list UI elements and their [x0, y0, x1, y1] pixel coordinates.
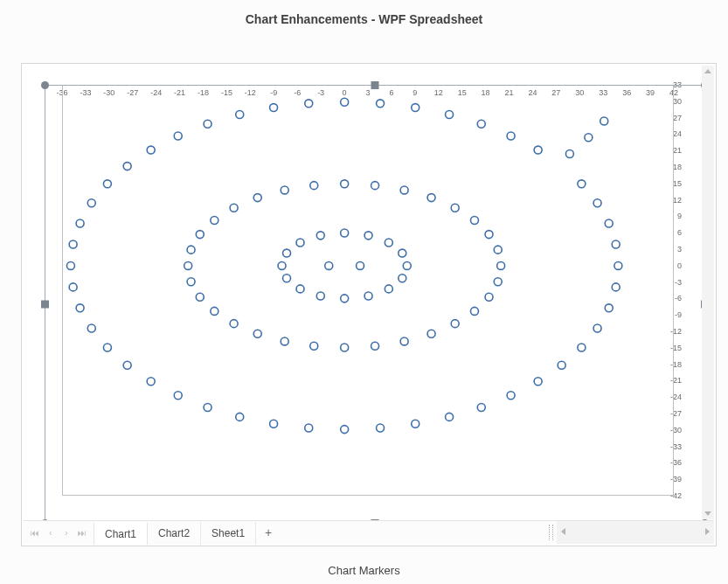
- chart-marker: [399, 249, 406, 257]
- chart-marker: [66, 261, 74, 269]
- chart-marker: [283, 249, 291, 257]
- chart-marker: [76, 219, 84, 227]
- chart-marker: [296, 285, 304, 293]
- chart-marker: [385, 239, 392, 247]
- chart-marker: [403, 261, 411, 269]
- chart-marker: [211, 307, 218, 315]
- chart-marker: [578, 180, 586, 188]
- chart-marker: [507, 132, 515, 140]
- chart-marker: [399, 275, 406, 282]
- chart-marker: [477, 120, 485, 128]
- chart-marker: [400, 186, 408, 194]
- chart-marker: [371, 182, 379, 190]
- chart-marker: [230, 204, 238, 212]
- chart-marker: [534, 378, 542, 386]
- tab-nav-prev-icon[interactable]: ‹: [45, 526, 57, 539]
- chart-marker: [341, 98, 349, 106]
- chart-marker: [558, 361, 565, 369]
- chart-marker: [184, 261, 192, 269]
- horizontal-scrollbar[interactable]: [557, 521, 714, 544]
- chart-marker: [174, 392, 182, 400]
- chart-marker: [341, 229, 349, 237]
- chart-marker: [211, 216, 218, 224]
- scroll-right-icon[interactable]: [705, 528, 710, 535]
- chart-marker: [316, 232, 324, 240]
- tab-nav-first-icon[interactable]: ⏮: [29, 526, 41, 539]
- chart-marker: [534, 146, 542, 154]
- chart-marker: [451, 320, 459, 328]
- chart-marker: [174, 132, 182, 140]
- chart-marker: [377, 100, 385, 108]
- chart-marker: [507, 392, 515, 400]
- sheet-tab-chart1[interactable]: Chart1: [94, 522, 148, 545]
- chart-marker: [364, 232, 372, 240]
- chart-marker: [204, 120, 211, 128]
- chart-marker: [614, 261, 622, 269]
- chart-marker: [103, 180, 111, 188]
- chart-marker: [385, 285, 392, 293]
- chart-marker: [377, 424, 385, 432]
- scroll-left-icon[interactable]: [561, 528, 565, 535]
- chart-marker: [123, 361, 131, 369]
- chart-marker: [585, 134, 593, 142]
- chart-object[interactable]: -36-33-30-27-24-21-18-15-12-9-6-30369121…: [31, 73, 704, 512]
- chart-marker: [187, 246, 195, 254]
- chart-marker: [341, 344, 349, 351]
- chart-marker: [446, 110, 454, 118]
- chart-marker: [196, 231, 204, 239]
- sheet-tab-bar: ⏮ ‹ › ⏭ Chart1 Chart2 Sheet1 +: [24, 520, 714, 544]
- chart-marker: [270, 420, 278, 428]
- chart-marker: [605, 304, 613, 312]
- sheet-tab-chart2[interactable]: Chart2: [148, 522, 201, 545]
- resize-handle-mid-left[interactable]: [41, 301, 49, 309]
- chart-marker: [270, 104, 278, 112]
- chart-marker: [76, 304, 84, 312]
- sheet-tab-sheet1[interactable]: Sheet1: [201, 522, 256, 545]
- chart-marker: [236, 413, 244, 421]
- chart-marker: [325, 261, 333, 269]
- chart-marker: [87, 199, 95, 207]
- tab-nav-next-icon[interactable]: ›: [60, 526, 73, 539]
- tab-nav-buttons: ⏮ ‹ › ⏭: [24, 521, 94, 544]
- chart-marker: [470, 216, 478, 224]
- chart-marker: [283, 275, 291, 282]
- plot-area[interactable]: [62, 85, 674, 496]
- scroll-up-icon[interactable]: [704, 69, 711, 73]
- chart-marker: [485, 231, 493, 239]
- chart-marker: [497, 261, 505, 269]
- figure-caption: Chart Markers: [0, 564, 728, 577]
- chart-marker: [427, 194, 435, 202]
- spreadsheet-frame: -36-33-30-27-24-21-18-15-12-9-6-30369121…: [21, 63, 717, 546]
- chart-marker: [470, 307, 478, 315]
- chart-marker: [605, 219, 613, 227]
- chart-marker: [281, 337, 288, 345]
- scroll-down-icon[interactable]: [704, 511, 711, 516]
- chart-marker: [494, 246, 502, 254]
- resize-handle-top-left[interactable]: [41, 81, 49, 89]
- tab-nav-last-icon[interactable]: ⏭: [76, 526, 88, 539]
- scatter-plot: [63, 86, 673, 495]
- chart-marker: [310, 342, 318, 350]
- chart-marker: [230, 320, 238, 328]
- chart-marker: [485, 293, 493, 301]
- add-sheet-button[interactable]: +: [256, 521, 281, 544]
- chart-marker: [253, 194, 261, 202]
- chart-marker: [612, 240, 620, 248]
- chart-marker: [446, 413, 454, 421]
- chart-marker: [147, 146, 155, 154]
- tab-splitter-handle[interactable]: [549, 525, 553, 540]
- vertical-scrollbar[interactable]: [702, 66, 714, 519]
- chart-marker: [281, 186, 288, 194]
- chart-marker: [412, 420, 419, 428]
- chart-marker: [310, 182, 318, 190]
- chart-marker: [593, 324, 601, 332]
- chart-marker: [412, 104, 419, 112]
- chart-marker: [341, 180, 349, 188]
- chart-marker: [371, 342, 379, 350]
- chart-marker: [578, 344, 586, 351]
- chart-marker: [305, 424, 313, 432]
- chart-marker: [364, 292, 372, 300]
- chart-marker: [600, 117, 608, 125]
- chart-marker: [103, 344, 111, 351]
- chart-marker: [187, 278, 195, 286]
